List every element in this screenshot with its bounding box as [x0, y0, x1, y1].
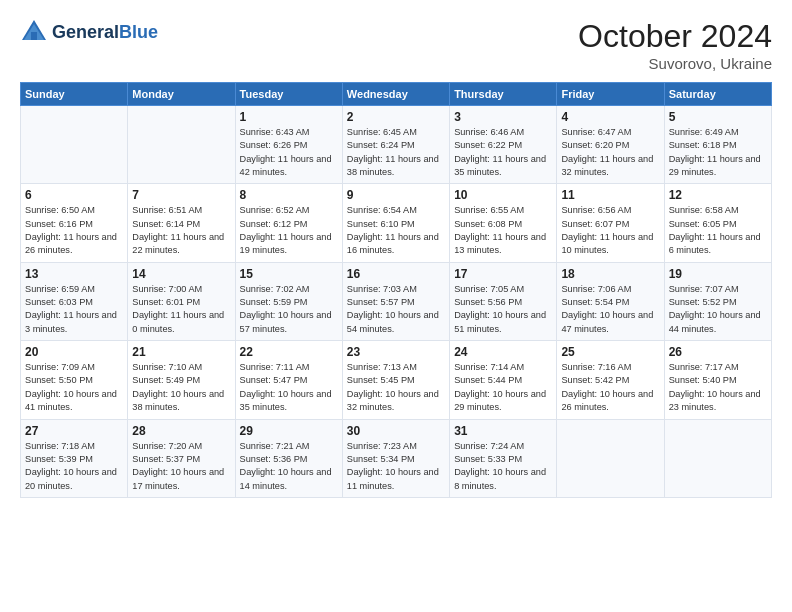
col-saturday: Saturday: [664, 83, 771, 106]
table-row: 15Sunrise: 7:02 AM Sunset: 5:59 PM Dayli…: [235, 262, 342, 340]
calendar-week-row: 1Sunrise: 6:43 AM Sunset: 6:26 PM Daylig…: [21, 106, 772, 184]
table-row: 12Sunrise: 6:58 AM Sunset: 6:05 PM Dayli…: [664, 184, 771, 262]
day-info: Sunrise: 7:00 AM Sunset: 6:01 PM Dayligh…: [132, 283, 230, 336]
table-row: 30Sunrise: 7:23 AM Sunset: 5:34 PM Dayli…: [342, 419, 449, 497]
day-number: 17: [454, 267, 552, 281]
day-number: 15: [240, 267, 338, 281]
table-row: [21, 106, 128, 184]
header: GeneralBlue October 2024 Suvorovo, Ukrai…: [20, 18, 772, 72]
calendar-week-row: 13Sunrise: 6:59 AM Sunset: 6:03 PM Dayli…: [21, 262, 772, 340]
title-block: October 2024 Suvorovo, Ukraine: [578, 18, 772, 72]
day-info: Sunrise: 6:49 AM Sunset: 6:18 PM Dayligh…: [669, 126, 767, 179]
day-info: Sunrise: 6:50 AM Sunset: 6:16 PM Dayligh…: [25, 204, 123, 257]
day-number: 4: [561, 110, 659, 124]
table-row: 2Sunrise: 6:45 AM Sunset: 6:24 PM Daylig…: [342, 106, 449, 184]
day-number: 16: [347, 267, 445, 281]
table-row: 3Sunrise: 6:46 AM Sunset: 6:22 PM Daylig…: [450, 106, 557, 184]
day-info: Sunrise: 7:05 AM Sunset: 5:56 PM Dayligh…: [454, 283, 552, 336]
day-number: 26: [669, 345, 767, 359]
day-info: Sunrise: 7:09 AM Sunset: 5:50 PM Dayligh…: [25, 361, 123, 414]
table-row: 16Sunrise: 7:03 AM Sunset: 5:57 PM Dayli…: [342, 262, 449, 340]
day-info: Sunrise: 7:16 AM Sunset: 5:42 PM Dayligh…: [561, 361, 659, 414]
col-friday: Friday: [557, 83, 664, 106]
table-row: 26Sunrise: 7:17 AM Sunset: 5:40 PM Dayli…: [664, 341, 771, 419]
day-info: Sunrise: 6:54 AM Sunset: 6:10 PM Dayligh…: [347, 204, 445, 257]
col-wednesday: Wednesday: [342, 83, 449, 106]
day-number: 31: [454, 424, 552, 438]
calendar-week-row: 20Sunrise: 7:09 AM Sunset: 5:50 PM Dayli…: [21, 341, 772, 419]
table-row: 7Sunrise: 6:51 AM Sunset: 6:14 PM Daylig…: [128, 184, 235, 262]
day-number: 24: [454, 345, 552, 359]
day-info: Sunrise: 7:11 AM Sunset: 5:47 PM Dayligh…: [240, 361, 338, 414]
day-info: Sunrise: 7:14 AM Sunset: 5:44 PM Dayligh…: [454, 361, 552, 414]
day-info: Sunrise: 7:23 AM Sunset: 5:34 PM Dayligh…: [347, 440, 445, 493]
table-row: 21Sunrise: 7:10 AM Sunset: 5:49 PM Dayli…: [128, 341, 235, 419]
table-row: 1Sunrise: 6:43 AM Sunset: 6:26 PM Daylig…: [235, 106, 342, 184]
day-info: Sunrise: 6:43 AM Sunset: 6:26 PM Dayligh…: [240, 126, 338, 179]
day-info: Sunrise: 6:59 AM Sunset: 6:03 PM Dayligh…: [25, 283, 123, 336]
day-info: Sunrise: 7:20 AM Sunset: 5:37 PM Dayligh…: [132, 440, 230, 493]
day-info: Sunrise: 7:02 AM Sunset: 5:59 PM Dayligh…: [240, 283, 338, 336]
day-number: 12: [669, 188, 767, 202]
table-row: 20Sunrise: 7:09 AM Sunset: 5:50 PM Dayli…: [21, 341, 128, 419]
table-row: 23Sunrise: 7:13 AM Sunset: 5:45 PM Dayli…: [342, 341, 449, 419]
day-number: 27: [25, 424, 123, 438]
table-row: 27Sunrise: 7:18 AM Sunset: 5:39 PM Dayli…: [21, 419, 128, 497]
month-title: October 2024: [578, 18, 772, 55]
day-number: 21: [132, 345, 230, 359]
day-number: 19: [669, 267, 767, 281]
day-info: Sunrise: 7:24 AM Sunset: 5:33 PM Dayligh…: [454, 440, 552, 493]
table-row: 10Sunrise: 6:55 AM Sunset: 6:08 PM Dayli…: [450, 184, 557, 262]
table-row: 22Sunrise: 7:11 AM Sunset: 5:47 PM Dayli…: [235, 341, 342, 419]
calendar-week-row: 6Sunrise: 6:50 AM Sunset: 6:16 PM Daylig…: [21, 184, 772, 262]
calendar-header-row: Sunday Monday Tuesday Wednesday Thursday…: [21, 83, 772, 106]
day-number: 11: [561, 188, 659, 202]
day-info: Sunrise: 7:18 AM Sunset: 5:39 PM Dayligh…: [25, 440, 123, 493]
day-number: 14: [132, 267, 230, 281]
page: GeneralBlue October 2024 Suvorovo, Ukrai…: [0, 0, 792, 612]
day-info: Sunrise: 6:47 AM Sunset: 6:20 PM Dayligh…: [561, 126, 659, 179]
day-info: Sunrise: 6:46 AM Sunset: 6:22 PM Dayligh…: [454, 126, 552, 179]
table-row: 11Sunrise: 6:56 AM Sunset: 6:07 PM Dayli…: [557, 184, 664, 262]
day-number: 2: [347, 110, 445, 124]
day-info: Sunrise: 7:07 AM Sunset: 5:52 PM Dayligh…: [669, 283, 767, 336]
day-number: 29: [240, 424, 338, 438]
col-tuesday: Tuesday: [235, 83, 342, 106]
day-info: Sunrise: 7:06 AM Sunset: 5:54 PM Dayligh…: [561, 283, 659, 336]
table-row: 13Sunrise: 6:59 AM Sunset: 6:03 PM Dayli…: [21, 262, 128, 340]
table-row: [664, 419, 771, 497]
svg-rect-2: [31, 32, 37, 40]
table-row: 8Sunrise: 6:52 AM Sunset: 6:12 PM Daylig…: [235, 184, 342, 262]
table-row: 6Sunrise: 6:50 AM Sunset: 6:16 PM Daylig…: [21, 184, 128, 262]
day-number: 6: [25, 188, 123, 202]
day-number: 3: [454, 110, 552, 124]
day-info: Sunrise: 6:51 AM Sunset: 6:14 PM Dayligh…: [132, 204, 230, 257]
table-row: 18Sunrise: 7:06 AM Sunset: 5:54 PM Dayli…: [557, 262, 664, 340]
day-number: 20: [25, 345, 123, 359]
logo: GeneralBlue: [20, 18, 158, 46]
col-sunday: Sunday: [21, 83, 128, 106]
day-number: 28: [132, 424, 230, 438]
day-number: 5: [669, 110, 767, 124]
day-info: Sunrise: 7:21 AM Sunset: 5:36 PM Dayligh…: [240, 440, 338, 493]
day-info: Sunrise: 6:52 AM Sunset: 6:12 PM Dayligh…: [240, 204, 338, 257]
day-info: Sunrise: 7:13 AM Sunset: 5:45 PM Dayligh…: [347, 361, 445, 414]
day-number: 22: [240, 345, 338, 359]
day-number: 10: [454, 188, 552, 202]
table-row: [557, 419, 664, 497]
day-number: 25: [561, 345, 659, 359]
table-row: 31Sunrise: 7:24 AM Sunset: 5:33 PM Dayli…: [450, 419, 557, 497]
day-info: Sunrise: 6:55 AM Sunset: 6:08 PM Dayligh…: [454, 204, 552, 257]
day-info: Sunrise: 7:17 AM Sunset: 5:40 PM Dayligh…: [669, 361, 767, 414]
col-thursday: Thursday: [450, 83, 557, 106]
day-number: 9: [347, 188, 445, 202]
calendar-week-row: 27Sunrise: 7:18 AM Sunset: 5:39 PM Dayli…: [21, 419, 772, 497]
day-number: 1: [240, 110, 338, 124]
day-info: Sunrise: 7:03 AM Sunset: 5:57 PM Dayligh…: [347, 283, 445, 336]
logo-text: GeneralBlue: [52, 22, 158, 43]
table-row: 24Sunrise: 7:14 AM Sunset: 5:44 PM Dayli…: [450, 341, 557, 419]
table-row: 5Sunrise: 6:49 AM Sunset: 6:18 PM Daylig…: [664, 106, 771, 184]
day-info: Sunrise: 6:58 AM Sunset: 6:05 PM Dayligh…: [669, 204, 767, 257]
day-number: 8: [240, 188, 338, 202]
calendar-table: Sunday Monday Tuesday Wednesday Thursday…: [20, 82, 772, 498]
